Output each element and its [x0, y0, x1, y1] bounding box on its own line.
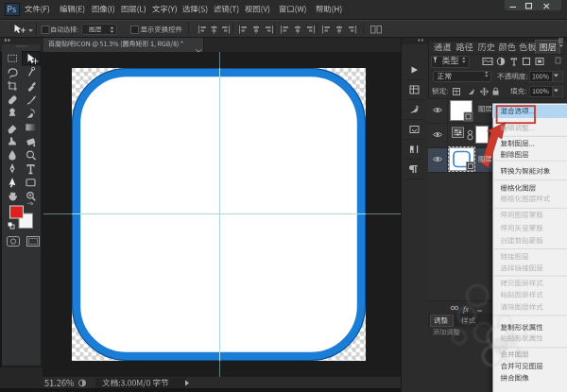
svg-text:fx: fx: [463, 305, 469, 314]
